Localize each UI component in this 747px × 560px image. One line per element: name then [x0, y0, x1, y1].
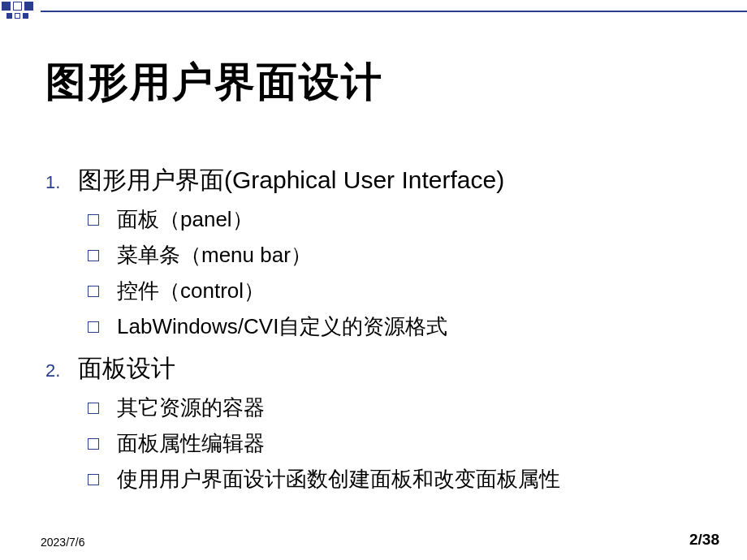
- bullet-square-icon: [88, 214, 99, 226]
- bullet-square-icon: [88, 250, 99, 261]
- sub-text: 面板属性编辑器: [117, 429, 265, 458]
- sub-item: LabWindows/CVI自定义的资源格式: [88, 312, 723, 341]
- list-text: 图形用户界面(Graphical User Interface): [78, 164, 504, 197]
- footer-page-number: 2/38: [689, 531, 719, 549]
- decorative-squares: [2, 2, 33, 21]
- sub-list: 面板（panel） 菜单条（menu bar） 控件（control） LabW…: [88, 205, 723, 341]
- slide-title: 图形用户界面设计: [45, 55, 383, 110]
- sub-text: 面板（panel）: [117, 205, 253, 234]
- sub-item: 菜单条（menu bar）: [88, 241, 723, 269]
- list-number: 1.: [39, 172, 78, 193]
- bullet-square-icon: [88, 474, 99, 485]
- list-text: 面板设计: [78, 352, 175, 386]
- bullet-square-icon: [88, 321, 99, 333]
- list-item: 2. 面板设计: [39, 352, 723, 386]
- list-number: 2.: [39, 360, 78, 381]
- sub-text: 控件（control）: [117, 277, 265, 305]
- bullet-square-icon: [88, 438, 99, 450]
- sub-text: LabWindows/CVI自定义的资源格式: [117, 312, 447, 341]
- header-decoration: [0, 0, 747, 21]
- content-area: 1. 图形用户界面(Graphical User Interface) 面板（p…: [39, 164, 723, 505]
- footer-date: 2023/7/6: [41, 536, 85, 549]
- sub-list: 其它资源的容器 面板属性编辑器 使用用户界面设计函数创建面板和改变面板属性: [88, 394, 723, 493]
- sub-item: 面板属性编辑器: [88, 429, 723, 458]
- sub-item: 使用用户界面设计函数创建面板和改变面板属性: [88, 465, 723, 493]
- list-item: 1. 图形用户界面(Graphical User Interface): [39, 164, 723, 197]
- sub-item: 控件（control）: [88, 277, 723, 305]
- sub-item: 其它资源的容器: [88, 394, 723, 422]
- sub-text: 菜单条（menu bar）: [117, 241, 312, 269]
- sub-text: 使用用户界面设计函数创建面板和改变面板属性: [117, 465, 560, 493]
- bullet-square-icon: [88, 286, 99, 297]
- sub-text: 其它资源的容器: [117, 394, 265, 422]
- sub-item: 面板（panel）: [88, 205, 723, 234]
- header-line: [41, 11, 747, 12]
- bullet-square-icon: [88, 403, 99, 414]
